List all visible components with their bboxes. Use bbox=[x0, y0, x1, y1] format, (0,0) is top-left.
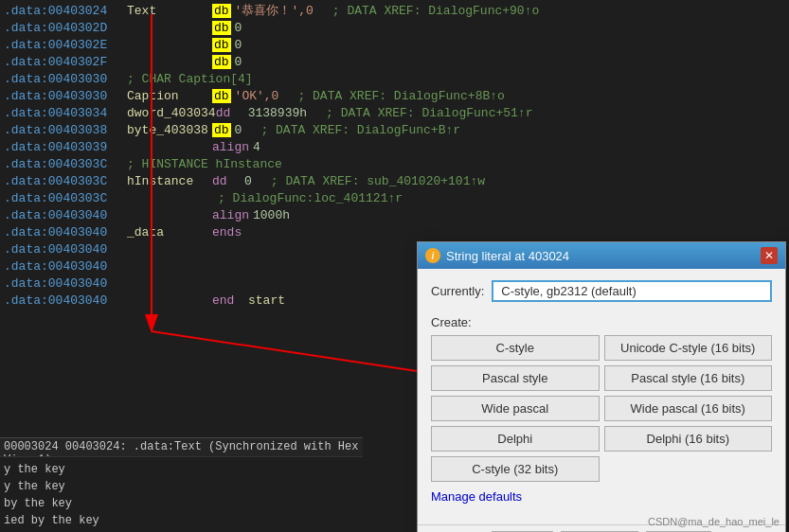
code-line-8: .data:00403038 byte_403038 db 0 ; DATA X… bbox=[0, 121, 789, 138]
kw-14: ends bbox=[212, 225, 242, 239]
manage-defaults-link[interactable]: Manage defaults bbox=[431, 489, 772, 504]
style-buttons-grid: C-style Unicode C-style (16 bits) Pascal… bbox=[431, 335, 772, 482]
addr-12: .data:0040303C bbox=[4, 191, 127, 205]
currently-value: C-style, gb2312 (default) bbox=[492, 280, 772, 302]
label-7: dword_403034 bbox=[127, 106, 216, 120]
output-line-4: ied by the key bbox=[4, 512, 359, 529]
addr-3: .data:0040302E bbox=[4, 38, 127, 52]
wide-pascal-button[interactable]: Wide pascal bbox=[431, 396, 600, 421]
comment-5: ; CHAR Caption[4] bbox=[127, 72, 253, 86]
watermark: CSDN@ma_de_hao_mei_le bbox=[648, 516, 780, 527]
status-bar: 00003024 00403024: .data:Text (Synchroni… bbox=[0, 437, 363, 456]
kw-4: db bbox=[212, 55, 231, 69]
c-style-32-button[interactable]: C-style (32 bits) bbox=[431, 456, 600, 482]
label-1: Text bbox=[127, 4, 212, 18]
code-line-2: .data:0040302D db 0 bbox=[0, 19, 789, 36]
label-8: byte_403038 bbox=[127, 123, 212, 137]
output-line-3: by the key bbox=[4, 495, 359, 512]
currently-label: Currently: bbox=[431, 284, 484, 298]
delphi-button[interactable]: Delphi bbox=[431, 426, 600, 452]
unicode-c-style-button[interactable]: Unicode C-style (16 bits) bbox=[604, 335, 773, 361]
addr-16: .data:00403040 bbox=[4, 259, 127, 274]
val-18: start bbox=[248, 293, 285, 308]
code-line-7: .data:00403034 dword_403034 dd 3138939h … bbox=[0, 104, 789, 121]
label-11: hInstance bbox=[127, 174, 212, 188]
addr-17: .data:00403040 bbox=[4, 276, 127, 291]
addr-5: .data:00403030 bbox=[4, 72, 127, 86]
code-line-10: .data:0040303C ; HINSTANCE hInstance bbox=[0, 155, 789, 172]
kw-13: align bbox=[212, 208, 249, 222]
val-11: 0 bbox=[244, 174, 252, 188]
val-8: 0 bbox=[235, 123, 242, 137]
dialog-title-left: i String literal at 403024 bbox=[425, 248, 569, 263]
kw-9: align bbox=[212, 140, 249, 154]
comment-1: ; DATA XREF: DialogFunc+90↑o bbox=[332, 4, 539, 18]
code-line-6: .data:00403030 Caption db 'OK',0 ; DATA … bbox=[0, 87, 789, 104]
comment-10: ; HINSTANCE hInstance bbox=[127, 157, 282, 171]
val-4: 0 bbox=[235, 55, 242, 69]
val-1: '恭喜你！',0 bbox=[235, 2, 314, 19]
output-area: y the key y the key by the key ied by th… bbox=[0, 456, 363, 532]
comment-8: ; DATA XREF: DialogFunc+B↑r bbox=[260, 123, 460, 137]
val-13: 1000h bbox=[253, 208, 290, 222]
addr-1: .data:00403024 bbox=[4, 4, 127, 18]
kw-2: db bbox=[212, 21, 231, 35]
val-6: 'OK',0 bbox=[235, 89, 279, 103]
val-2: 0 bbox=[235, 21, 242, 35]
output-line-1: y the key bbox=[4, 461, 359, 478]
dialog-close-button[interactable]: ✕ bbox=[761, 247, 778, 264]
kw-11: dd bbox=[212, 174, 241, 188]
create-label: Create: bbox=[431, 315, 772, 329]
code-line-12: .data:0040303C ; DialogFunc:loc_401121↑r bbox=[0, 189, 789, 206]
output-line-2: y the key bbox=[4, 478, 359, 495]
val-3: 0 bbox=[235, 38, 242, 52]
kw-6: db bbox=[212, 89, 231, 103]
svg-line-2 bbox=[152, 331, 436, 374]
kw-7: dd bbox=[216, 106, 244, 120]
code-line-3: .data:0040302E db 0 bbox=[0, 36, 789, 53]
addr-10: .data:0040303C bbox=[4, 157, 127, 171]
addr-8: .data:00403038 bbox=[4, 123, 127, 137]
wide-pascal-16-button[interactable]: Wide pascal (16 bits) bbox=[604, 396, 773, 421]
code-line-4: .data:0040302F db 0 bbox=[0, 53, 789, 70]
addr-7: .data:00403034 bbox=[4, 106, 127, 120]
kw-3: db bbox=[212, 38, 231, 52]
addr-6: .data:00403030 bbox=[4, 89, 127, 103]
comment-12: ; DialogFunc:loc_401121↑r bbox=[218, 191, 403, 205]
addr-18: .data:00403040 bbox=[4, 293, 127, 308]
code-line-13: .data:00403040 align 1000h bbox=[0, 206, 789, 223]
dialog-title-text: String literal at 403024 bbox=[446, 249, 569, 263]
addr-13: .data:00403040 bbox=[4, 208, 127, 222]
addr-15: .data:00403040 bbox=[4, 242, 127, 257]
kw-1: db bbox=[212, 4, 231, 18]
kw-8: db bbox=[212, 123, 231, 137]
dialog-title-bar: i String literal at 403024 ✕ bbox=[418, 242, 785, 269]
code-line-9: .data:00403039 align 4 bbox=[0, 138, 789, 155]
addr-2: .data:0040302D bbox=[4, 21, 127, 35]
label-14: _data bbox=[127, 225, 212, 239]
val-9: 4 bbox=[253, 140, 260, 154]
label-6: Caption bbox=[127, 89, 212, 103]
dialog-icon: i bbox=[425, 248, 440, 263]
dialog-body: Currently: C-style, gb2312 (default) Cre… bbox=[418, 269, 785, 524]
val-7: 3138939h bbox=[248, 106, 307, 120]
comment-7: ; DATA XREF: DialogFunc+51↑r bbox=[326, 106, 532, 120]
c-style-button[interactable]: C-style bbox=[431, 335, 600, 361]
addr-14: .data:00403040 bbox=[4, 225, 127, 239]
code-line-1: .data:00403024 Text db '恭喜你！',0 ; DATA X… bbox=[0, 2, 789, 19]
pascal-style-button[interactable]: Pascal style bbox=[431, 365, 600, 391]
addr-9: .data:00403039 bbox=[4, 140, 127, 154]
comment-6: ; DATA XREF: DialogFunc+8B↑o bbox=[297, 89, 504, 103]
currently-row: Currently: C-style, gb2312 (default) bbox=[431, 280, 772, 302]
code-line-14: .data:00403040 _data ends bbox=[0, 223, 789, 240]
string-literal-dialog: i String literal at 403024 ✕ Currently: … bbox=[417, 241, 786, 532]
addr-4: .data:0040302F bbox=[4, 55, 127, 69]
code-line-5: .data:00403030 ; CHAR Caption[4] bbox=[0, 70, 789, 87]
delphi-16-button[interactable]: Delphi (16 bits) bbox=[604, 426, 773, 452]
addr-11: .data:0040303C bbox=[4, 174, 127, 188]
pascal-style-16-button[interactable]: Pascal style (16 bits) bbox=[604, 365, 773, 391]
kw-18: end bbox=[212, 293, 241, 308]
code-line-11: .data:0040303C hInstance dd 0 ; DATA XRE… bbox=[0, 172, 789, 189]
comment-11: ; DATA XREF: sub_401020+101↑w bbox=[271, 174, 485, 188]
